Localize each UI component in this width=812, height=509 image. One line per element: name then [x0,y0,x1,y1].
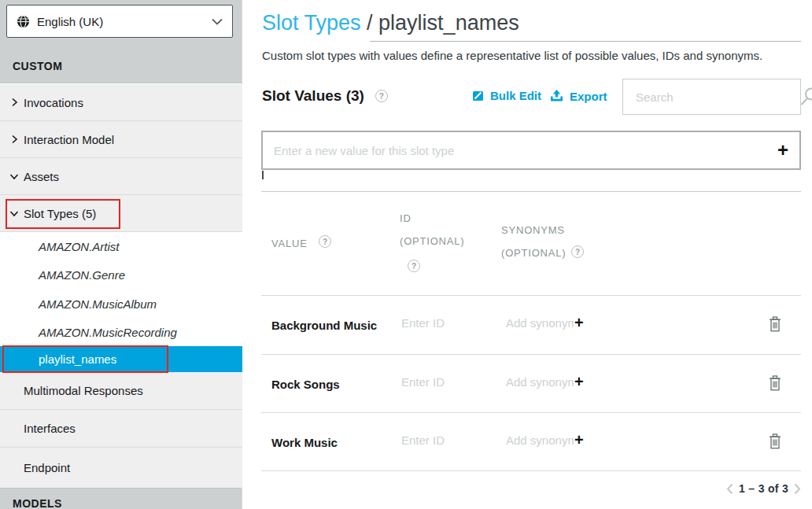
table-row: Work Music + [261,412,801,470]
table-row: Rock Songs + [261,354,801,412]
chevron-right-icon [9,134,20,145]
slot-value-text[interactable]: Background Music [271,319,377,332]
add-synonym-button[interactable]: + [574,374,584,389]
pagination-prev-icon[interactable] [726,483,733,495]
column-header-value-label: VALUE [271,238,308,249]
new-slot-value-box: + [261,131,801,170]
sidebar-item-label: Invocations [24,96,83,109]
add-synonym-button[interactable]: + [574,432,584,448]
breadcrumb-separator: / [361,11,379,35]
bulk-edit-label: Bulk Edit [490,89,541,102]
chevron-down-icon [212,18,223,25]
search-input[interactable] [623,90,799,104]
search-box [622,79,801,115]
page-description: Custom slot types with values define a r… [262,49,762,62]
sidebar-item-interaction-model[interactable]: Interaction Model [0,121,242,157]
sidebar-item-amazon-musicrecording[interactable]: AMAZON.MusicRecording [0,318,242,346]
chevron-down-icon [9,208,20,219]
sidebar-item-assets[interactable]: Assets [0,158,242,194]
sidebar-item-playlist-names[interactable]: playlist_names [0,346,242,372]
language-selector[interactable]: English (UK) [6,5,233,38]
export-label: Export [570,90,607,103]
slot-value-text[interactable]: Work Music [271,436,338,449]
row-id-input[interactable] [401,375,489,389]
title-underline [370,41,801,42]
sidebar-item-amazon-genre[interactable]: AMAZON.Genre [0,260,242,290]
table-row: Background Music + [261,295,801,353]
column-header-id-optional: (OPTIONAL) [400,235,464,247]
breadcrumb-slot-types-link[interactable]: Slot Types [262,11,361,35]
delete-row-button[interactable] [768,375,782,392]
slot-value-text[interactable]: Rock Songs [271,378,340,391]
sidebar-item-invocations[interactable]: Invocations [0,84,242,120]
row-synonym-input[interactable] [506,316,574,330]
slot-type-label: AMAZON.MusicRecording [39,326,177,339]
chevron-down-icon [9,171,20,182]
text-cursor-artifact [262,171,264,179]
column-header-synonyms-optional: (OPTIONAL) [501,247,566,259]
sidebar-item-label: Slot Types (5) [24,207,96,220]
delete-row-button[interactable] [768,433,782,450]
slot-values-heading: Slot Values (3) ? [262,87,388,105]
trash-icon [768,433,782,450]
pagination-next-icon[interactable] [794,483,801,495]
language-selector-value: English (UK) [37,15,212,28]
sidebar-bottom-section: MODELS [0,488,242,509]
column-header-id: ID [400,212,412,224]
alexa-console-slot-types-page: English (UK) CUSTOM Invocations Interact… [0,0,812,509]
pagination: 1 – 3 of 3 [726,482,801,495]
new-slot-value-input[interactable] [263,144,777,157]
page-title: playlist_names [378,11,519,35]
bulk-edit-button[interactable]: Bulk Edit [471,89,541,102]
help-icon[interactable]: ? [571,245,584,258]
slot-type-label: AMAZON.MusicAlbum [39,297,157,311]
add-value-button[interactable]: + [777,141,788,160]
add-synonym-button[interactable]: + [574,315,584,330]
sidebar-item-label: Interfaces [24,422,76,435]
sidebar-item-endpoint[interactable]: Endpoint [0,448,242,488]
divider [261,470,801,471]
column-header-synonyms-label: SYNONYMS [501,224,565,236]
row-synonym-input[interactable] [506,433,574,447]
sidebar-item-label: Assets [24,170,59,183]
chevron-right-icon [9,97,20,108]
row-id-input[interactable] [401,433,489,447]
slot-type-label: playlist_names [39,352,116,366]
sidebar-item-amazon-musicalbum[interactable]: AMAZON.MusicAlbum [0,290,242,318]
sidebar-item-label: Endpoint [24,461,70,474]
column-header-id-label: ID [400,212,412,224]
column-header-synonyms: SYNONYMS [501,224,565,236]
section-header-custom: CUSTOM [13,60,62,72]
slot-type-label: AMAZON.Artist [39,240,120,253]
pagination-label: 1 – 3 of 3 [739,482,788,495]
sidebar-item-amazon-artist[interactable]: AMAZON.Artist [0,232,242,260]
slot-values-table: VALUE ? ID (OPTIONAL) ? SYNONYMS (OPTION… [261,191,801,470]
row-id-input[interactable] [401,316,489,330]
column-header-value: VALUE [271,238,308,249]
sidebar-item-label: Multimodal Responses [24,384,143,397]
sidebar-item-slot-types[interactable]: Slot Types (5) [0,195,242,231]
delete-row-button[interactable] [768,316,782,333]
row-synonym-input[interactable] [506,375,574,389]
trash-icon [768,316,782,333]
slot-values-title: Slot Values (3) [262,87,364,105]
breadcrumb: Slot Types / playlist_names [262,11,519,35]
main-content: Slot Types / playlist_names Custom slot … [243,0,812,509]
sidebar-top-section: English (UK) CUSTOM [0,0,242,83]
help-icon[interactable]: ? [319,235,331,248]
sidebar: English (UK) CUSTOM Invocations Interact… [0,0,242,509]
export-button[interactable]: Export [549,89,607,103]
slot-type-label: AMAZON.Genre [39,268,125,282]
sidebar-item-multimodal-responses[interactable]: Multimodal Responses [0,372,242,409]
column-header-id-optional-label: (OPTIONAL) [400,235,464,247]
search-icon[interactable] [799,87,812,107]
export-upload-icon [549,89,564,103]
sidebar-item-interfaces[interactable]: Interfaces [0,410,242,447]
trash-icon [768,375,782,392]
help-icon[interactable]: ? [375,90,388,102]
column-header-synonyms-optional-label: (OPTIONAL) [501,247,566,259]
help-icon[interactable]: ? [408,260,420,272]
section-header-models: MODELS [13,497,62,509]
sidebar-item-label: Interaction Model [24,133,114,146]
globe-icon [17,15,30,28]
